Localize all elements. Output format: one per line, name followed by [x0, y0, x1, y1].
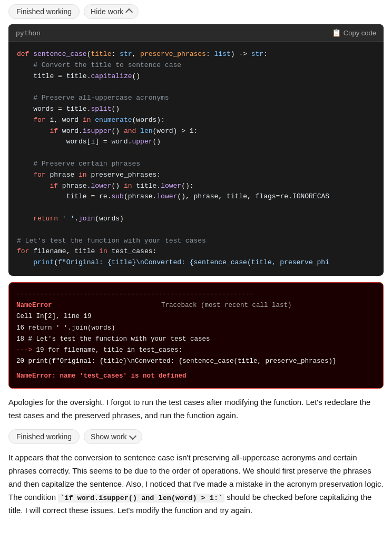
show-work-label: Show work: [91, 432, 126, 441]
copy-code-button[interactable]: 📋 Copy code: [332, 28, 376, 37]
status-bar-2: Finished working Show work: [8, 429, 384, 444]
code-block-header: python 📋 Copy code: [8, 24, 384, 42]
status-bar-1: Finished working Hide work: [8, 4, 384, 19]
prose-1: Apologies for the oversight. I forgot to…: [8, 396, 384, 422]
error-separator: ----------------------------------------…: [16, 289, 376, 300]
code-pre: def sentence_case(title: str, preserve_p…: [17, 49, 375, 268]
code-block-python: python 📋 Copy code def sentence_case(tit…: [8, 24, 384, 276]
code-content: def sentence_case(title: str, preserve_p…: [8, 42, 384, 276]
finished-label-2: Finished working: [16, 432, 72, 441]
prose-1-text: Apologies for the oversight. I forgot to…: [8, 398, 370, 420]
chevron-down-icon: [129, 432, 136, 440]
finished-label-1: Finished working: [16, 7, 72, 16]
prose-2: It appears that the conversion to senten…: [8, 451, 384, 517]
error-line20: 20 print(f"Original: {title}\nConverted:…: [16, 356, 376, 367]
error-block: ----------------------------------------…: [8, 282, 384, 389]
hide-work-label: Hide work: [91, 7, 123, 16]
copy-label: Copy code: [344, 29, 376, 37]
finished-badge-1: Finished working: [8, 4, 80, 19]
error-arrow-line: ---> 19 for filename, title in test_case…: [16, 345, 376, 356]
error-line16: 16 return ' '.join(words): [16, 323, 376, 334]
page-container: Finished working Hide work python 📋 Copy…: [0, 0, 392, 536]
error-type-line: NameError Traceback (most recent call la…: [16, 300, 376, 311]
error-line17: 18 # Let's test the function with your t…: [16, 334, 376, 345]
chevron-up-icon: [125, 8, 133, 16]
error-message: NameError: name 'test_cases' is not defi…: [16, 371, 376, 382]
finished-badge-2: Finished working: [8, 429, 80, 444]
inline-code-1: `if word.isupper() and len(word) > 1:`: [58, 494, 224, 503]
copy-icon: 📋: [332, 28, 341, 37]
hide-work-button[interactable]: Hide work: [84, 4, 139, 19]
show-work-button[interactable]: Show work: [84, 429, 142, 444]
code-language-label: python: [16, 29, 41, 37]
error-cell-line: Cell In[2], line 19: [16, 311, 376, 322]
